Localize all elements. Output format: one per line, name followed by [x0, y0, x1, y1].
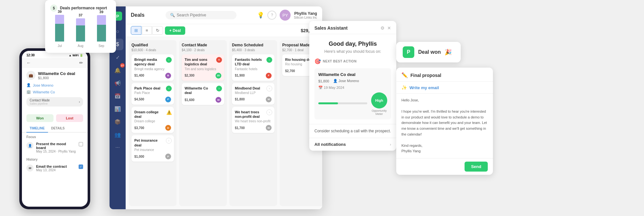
- activity2-title: Email the contract: [36, 164, 76, 168]
- phone-person-row[interactable]: 👤 Jose Moreno: [26, 82, 83, 89]
- send-button[interactable]: Send: [465, 162, 488, 172]
- bar-top-sep: [97, 15, 106, 25]
- phone-person-name: Jose Moreno: [33, 83, 53, 87]
- card-title-petinsurance: Pet insurance deal: [134, 138, 171, 147]
- phone-tabs: TIMELINE DETAILS: [22, 125, 88, 133]
- card-avatar-bringit: B: [165, 73, 171, 79]
- sa-deal-amount: $1,800: [318, 79, 329, 83]
- card-weheartrees[interactable]: We heart trees non-profit deal We heart …: [232, 107, 274, 133]
- nba-icon: 🎯: [314, 58, 321, 64]
- pipeline-label: Contact Made Sales pipeline: [30, 99, 50, 105]
- phone-activity-1[interactable]: 👤 Present the mood board May 15, 2024 · …: [22, 140, 88, 155]
- activity1-checkbox[interactable]: [79, 142, 83, 146]
- deals-icon: $: [116, 42, 119, 47]
- card-timsons[interactable]: Tim and sons logistics deal Tim and sons…: [182, 54, 224, 81]
- card-arrow-bringit[interactable]: ›: [166, 57, 172, 63]
- bar-top-aug: [76, 18, 85, 25]
- deal-won-logo-icon: P: [403, 46, 414, 58]
- col-title-demoscheduled: Demo Scheduled: [232, 43, 274, 47]
- card-avatars-timsons: 2D: [216, 73, 221, 79]
- card-fantastichotels[interactable]: Fantastic hotels LTD deal Fantastic hote…: [232, 54, 274, 81]
- phone-org-name: Willamette Co: [33, 90, 55, 94]
- sa-subtext: Here's what you should focus on:: [314, 49, 391, 54]
- card-petinsurance[interactable]: Pet insurance deal Pet insurance $1,000 …: [131, 135, 174, 162]
- card-arrow-mindbend[interactable]: ›: [266, 86, 272, 91]
- card-title-dreamcollege: Dream college deal: [134, 110, 171, 119]
- won-button[interactable]: Won: [26, 114, 53, 122]
- nav-megaphone-icon-wrap[interactable]: 📢: [112, 77, 123, 89]
- activity2-checkbox[interactable]: ✓: [79, 164, 83, 169]
- sa-header: Sales Assistant ⚙ ✕: [309, 21, 396, 34]
- refresh-btn[interactable]: ↻: [152, 26, 163, 35]
- phone-activity-2[interactable]: ✉ Email the contract May 13, 2024 ✓: [22, 163, 88, 174]
- person-icon: 👤: [26, 83, 31, 87]
- phone-screen: 12:30 ▲WiFi🔋 ← ✏ 💼 Willamette Co deal $1…: [22, 51, 88, 207]
- add-deal-button[interactable]: + Deal: [165, 26, 186, 35]
- card-arrow-parkplace[interactable]: ›: [166, 86, 172, 91]
- list-view-btn[interactable]: ≡: [142, 26, 152, 35]
- sa-settings-icon[interactable]: ⚙: [380, 25, 385, 31]
- card-arrow-fantastichotels[interactable]: ›: [266, 57, 272, 63]
- help-icon[interactable]: ?: [267, 11, 276, 20]
- sa-greeting: Good day, Phyllis: [314, 41, 391, 47]
- deal-won-card: P Deal won 🎉: [396, 42, 461, 62]
- nav-chart-icon-wrap[interactable]: 📊: [112, 103, 123, 115]
- card-amount-petinsurance: $1,000: [134, 155, 144, 158]
- phone-pipeline-badge[interactable]: Contact Made Sales pipeline ›: [26, 97, 83, 107]
- tab-timeline[interactable]: TIMELINE: [26, 125, 48, 133]
- activity-icon: ○: [116, 29, 119, 34]
- user-avatar[interactable]: PY: [280, 10, 291, 21]
- bar-value-aug: 37: [79, 13, 82, 17]
- nav-calendar-icon-wrap[interactable]: 📅: [112, 90, 123, 102]
- card-arrow-willamette-cm[interactable]: ›: [216, 86, 222, 91]
- nav-bell-icon-wrap[interactable]: 🔔 27: [112, 64, 123, 76]
- sa-chevron-icon: ›: [390, 142, 391, 147]
- sa-nba-badge: 🎯 NEXT BEST ACTION: [314, 58, 391, 64]
- activity1-date: May 15, 2024 · Phyllis Yang: [36, 150, 76, 153]
- sa-close-icon[interactable]: ✕: [387, 25, 391, 31]
- nav-people-icon-wrap[interactable]: 👥: [112, 129, 123, 140]
- bulb-icon[interactable]: 💡: [257, 12, 264, 19]
- nav-check-icon-wrap[interactable]: ✓: [112, 52, 123, 63]
- card-avatar-willamette-cm: W: [216, 97, 221, 103]
- sales-assistant-panel: Sales Assistant ⚙ ✕ Good day, Phyllis He…: [309, 21, 396, 151]
- search-bar[interactable]: 🔍: [166, 11, 236, 19]
- mobile-phone: 12:30 ▲WiFi🔋 ← ✏ 💼 Willamette Co deal $1…: [19, 48, 90, 209]
- card-bringit[interactable]: Bringit media agency deal Bringit media …: [131, 54, 174, 81]
- card-dreamcollege[interactable]: Dream college deal Dream college $3,700 …: [131, 107, 174, 133]
- edit-icon[interactable]: ✏: [79, 60, 83, 65]
- kanban-view-btn[interactable]: ⊞: [131, 26, 141, 35]
- lost-button[interactable]: Lost: [56, 114, 83, 122]
- sa-deal-card[interactable]: Willamette Co deal $1,800 👤 Jose Moreno …: [314, 68, 391, 119]
- card-arrow-dreamcollege[interactable]: ⚠️: [166, 109, 172, 115]
- card-arrow-timsons[interactable]: ✕: [216, 57, 222, 63]
- nav-more-icon-wrap[interactable]: ···: [112, 142, 123, 153]
- fp-sparkle-icon: ✨: [401, 85, 407, 90]
- sa-deal-date: 📅 19 May 2024: [318, 86, 387, 90]
- card-mindbend[interactable]: Mindbend Deal Mindbend LLP $1,800 M ›: [232, 83, 274, 105]
- card-parkplace[interactable]: Park Place deal Park Place $4,500 P ›: [131, 83, 174, 105]
- search-input[interactable]: [177, 13, 232, 17]
- tab-details[interactable]: DETAILS: [48, 125, 68, 133]
- toolbar-row: ⊞ ≡ ↻ + Deal $29,150: [126, 24, 322, 37]
- user-row: 💡 ? PY Phyllis Yang Silicon Links Inc: [257, 10, 317, 21]
- activity2-date: May 13, 2024: [36, 168, 76, 172]
- sa-notifications[interactable]: All notifications ›: [309, 138, 396, 151]
- activity1-icon: 👤: [26, 142, 34, 149]
- card-willamette-cm[interactable]: Willamette Co deal $1,600 W ›: [182, 83, 224, 105]
- sa-title: Sales Assistant: [314, 25, 348, 31]
- back-arrow-icon[interactable]: ←: [26, 60, 31, 65]
- kanban-board: Qualified $10,600 · 4 deals Bringit medi…: [126, 37, 322, 209]
- phone-nav[interactable]: ← ✏: [22, 58, 88, 68]
- user-name: Phyllis Yang: [294, 11, 317, 16]
- fp-write-email-row[interactable]: ✨ Write my email: [396, 82, 493, 94]
- megaphone-icon: 📢: [114, 80, 121, 86]
- deal-won-label: Deal won: [418, 49, 441, 55]
- card-arrow-weheartrees[interactable]: ›: [266, 109, 272, 115]
- bar-label-sep: Sep: [99, 44, 104, 48]
- activity1-title: Present the mood board: [36, 142, 76, 150]
- col-title-qualified: Qualified: [131, 43, 174, 47]
- nav-box-icon-wrap[interactable]: 📦: [112, 116, 123, 127]
- sa-deal-meta: $1,800 👤 Jose Moreno: [318, 79, 387, 83]
- phone-org-row[interactable]: 🏢 Willamette Co: [26, 89, 83, 95]
